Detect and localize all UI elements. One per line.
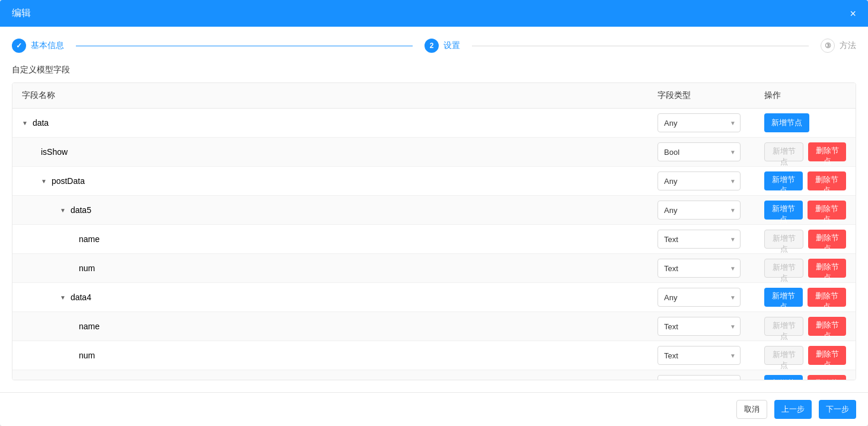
field-name-text: num	[79, 351, 95, 360]
table-row: num TextAnyBoolNumber ▼	[12, 341, 856, 370]
type-select-wrapper: BoolAnyTextNumber ▼	[658, 142, 741, 161]
type-select[interactable]: AnyBoolTextNumber	[658, 375, 741, 380]
field-name-text: postData	[52, 176, 85, 186]
type-select[interactable]: AnyBoolTextNumber	[658, 201, 741, 220]
cancel-button[interactable]: 取消	[736, 400, 767, 419]
col-field-name: 字段名称	[12, 83, 648, 109]
expand-icon[interactable]: ▼	[60, 207, 66, 214]
step-1: ✓ 基本信息	[12, 39, 64, 53]
section-title: 自定义模型字段	[12, 65, 856, 75]
field-type-cell: AnyBoolTextNumber ▼	[648, 167, 755, 196]
type-select[interactable]: TextAnyBoolNumber	[658, 317, 741, 336]
field-name-cell: ▼ data3	[12, 370, 648, 381]
table-row: isShow BoolAnyTextNumber ▼	[12, 138, 856, 167]
add-node-button-disabled[interactable]: 新增节点	[764, 346, 803, 365]
expand-icon[interactable]: ▼	[22, 120, 28, 126]
field-name-text: isShow	[41, 147, 68, 157]
field-type-cell: TextAnyBoolNumber ▼	[648, 254, 755, 283]
add-node-button-disabled[interactable]: 新增节点	[764, 259, 803, 278]
field-name-text: data4	[71, 293, 91, 302]
add-node-button[interactable]: 新增节点	[764, 171, 803, 190]
step-2-label: 设置	[443, 40, 460, 51]
field-type-cell: AnyBoolTextNumber ▼	[648, 196, 755, 225]
action-cell: 新增节点 删除节点	[755, 225, 856, 254]
delete-node-button[interactable]: 删除节点	[808, 288, 846, 307]
step-1-circle: ✓	[12, 39, 26, 53]
add-node-button-disabled[interactable]: 新增节点	[764, 142, 803, 161]
type-select[interactable]: TextAnyBoolNumber	[658, 346, 741, 365]
step-line-1	[76, 46, 413, 46]
field-name-text: data5	[71, 205, 91, 215]
dialog-body: ✓ 基本信息 2 设置 ③ 方法 自定义模型字段 字段名称 字段类型	[0, 27, 868, 392]
action-cell: 新增节点 删除节点	[755, 138, 856, 167]
col-field-type: 字段类型	[648, 83, 755, 109]
step-2: 2 设置	[425, 39, 460, 53]
type-select[interactable]: AnyBoolTextNumber	[658, 288, 741, 307]
add-node-button[interactable]: 新增节点	[764, 113, 809, 132]
type-select[interactable]: AnyBoolTextNumber	[658, 113, 741, 132]
add-node-button[interactable]: 新增节点	[764, 201, 803, 220]
action-cell: 新增节点 删除节点	[755, 167, 856, 196]
expand-icon[interactable]: ▼	[41, 178, 47, 185]
field-name-text: data3	[71, 380, 91, 380]
delete-node-button[interactable]: 删除节点	[808, 201, 846, 220]
prev-step-button[interactable]: 上一步	[774, 400, 812, 419]
field-type-cell: TextAnyBoolNumber ▼	[648, 341, 755, 370]
field-type-cell: AnyBoolTextNumber ▼	[648, 109, 755, 138]
field-name-cell: num	[12, 254, 648, 283]
delete-node-button[interactable]: 删除节点	[808, 375, 846, 380]
add-node-button[interactable]: 新增节点	[764, 288, 803, 307]
add-node-button-disabled[interactable]: 新增节点	[764, 317, 803, 336]
field-type-cell: TextAnyBoolNumber ▼	[648, 225, 755, 254]
type-select[interactable]: TextAnyBoolNumber	[658, 259, 741, 278]
type-select-wrapper: TextAnyBoolNumber ▼	[658, 259, 741, 278]
type-select[interactable]: BoolAnyTextNumber	[658, 142, 741, 161]
table-body: ▼ data AnyBoolTextNumber ▼	[12, 109, 856, 381]
delete-node-button[interactable]: 删除节点	[808, 171, 846, 190]
delete-node-button[interactable]: 删除节点	[808, 317, 846, 336]
step-1-label: 基本信息	[31, 40, 64, 51]
table-row: ▼ postData AnyBoolTextNumber ▼	[12, 167, 856, 196]
action-cell: 新增节点 删除节点	[755, 370, 856, 381]
step-3-circle: ③	[821, 39, 835, 53]
next-step-button[interactable]: 下一步	[819, 400, 856, 419]
field-type-cell: BoolAnyTextNumber ▼	[648, 138, 755, 167]
table-row: ▼ data AnyBoolTextNumber ▼	[12, 109, 856, 138]
table-row: ▼ data5 AnyBoolTextNumber ▼	[12, 196, 856, 225]
expand-icon[interactable]: ▼	[60, 294, 66, 301]
add-node-button-disabled[interactable]: 新增节点	[764, 230, 803, 249]
action-cell: 新增节点 删除节点	[755, 196, 856, 225]
delete-node-button[interactable]: 删除节点	[808, 230, 846, 249]
table-row: name TextAnyBoolNumber ▼	[12, 312, 856, 341]
field-name-cell: ▼ data4	[12, 283, 648, 312]
table-row: ▼ data3 AnyBoolTextNumber ▼	[12, 370, 856, 381]
fields-table-container: 字段名称 字段类型 操作 ▼ data	[12, 82, 856, 380]
type-select-wrapper: AnyBoolTextNumber ▼	[658, 201, 741, 220]
delete-node-button[interactable]: 删除节点	[808, 346, 846, 365]
delete-node-button[interactable]: 删除节点	[808, 142, 846, 161]
type-select[interactable]: AnyBoolTextNumber	[658, 171, 741, 190]
field-name-cell: name	[12, 312, 648, 341]
field-type-cell: AnyBoolTextNumber ▼	[648, 370, 755, 381]
type-select[interactable]: TextAnyBoolNumber	[658, 230, 741, 249]
step-3: ③ 方法	[821, 39, 856, 53]
type-select-wrapper: AnyBoolTextNumber ▼	[658, 113, 741, 132]
dialog-header: 编辑 ×	[0, 0, 868, 27]
step-2-circle: 2	[425, 39, 439, 53]
dialog-title: 编辑	[12, 7, 31, 20]
table-header: 字段名称 字段类型 操作	[12, 83, 856, 109]
close-button[interactable]: ×	[850, 8, 856, 19]
dialog-footer: 取消 上一步 下一步	[0, 392, 868, 426]
field-name-text: name	[79, 322, 100, 331]
add-node-button[interactable]: 新增节点	[764, 375, 803, 380]
field-name-cell: ▼ postData	[12, 167, 648, 196]
table-row: num TextAnyBoolNumber ▼	[12, 254, 856, 283]
step-3-label: 方法	[840, 40, 856, 51]
action-cell: 新增节点 删除节点	[755, 283, 856, 312]
type-select-wrapper: TextAnyBoolNumber ▼	[658, 230, 741, 249]
field-name-cell: name	[12, 225, 648, 254]
field-name-text: data	[33, 118, 49, 128]
delete-node-button[interactable]: 删除节点	[808, 259, 846, 278]
field-name-text: name	[79, 234, 100, 244]
type-select-wrapper: TextAnyBoolNumber ▼	[658, 317, 741, 336]
